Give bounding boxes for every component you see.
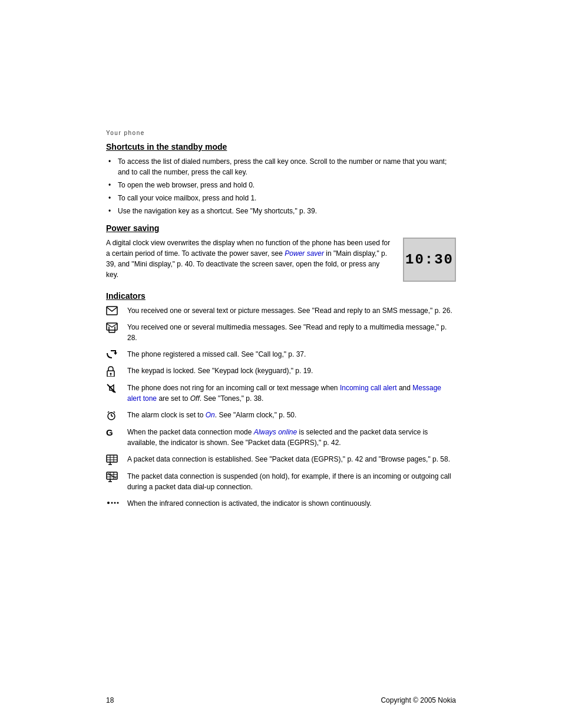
packet-suspended-icon xyxy=(106,471,127,482)
indicator-row-keypad-lock: The keypad is locked. See "Keypad lock (… xyxy=(106,365,456,377)
packet-connected-icon xyxy=(106,454,127,465)
alarm-on-link[interactable]: On xyxy=(206,411,215,419)
shortcuts-bullet-list: To access the list of dialed numbers, pr… xyxy=(106,156,456,216)
gprs-g-icon: G xyxy=(106,427,127,437)
shortcuts-heading: Shortcuts in the standby mode xyxy=(106,142,456,151)
indicator-row-packet-suspended: The packet data connection is suspended … xyxy=(106,471,456,492)
svg-marker-5 xyxy=(114,353,117,355)
indicator-text-mms: You received one or several multimedia m… xyxy=(127,322,456,343)
indicator-row-sms: You received one or several text or pict… xyxy=(106,305,456,316)
infrared-icon xyxy=(106,498,127,507)
copyright: Copyright © 2005 Nokia xyxy=(381,696,456,704)
indicator-text-infrared: When the infrared connection is activate… xyxy=(127,498,456,509)
indicator-text-silent: The phone does not ring for an incoming … xyxy=(127,383,456,404)
alarm-text-after: . See "Alarm clock," p. 50. xyxy=(215,411,297,419)
svg-point-31 xyxy=(114,502,116,504)
clock-digits: 10:30 xyxy=(405,252,454,268)
svg-rect-0 xyxy=(107,307,117,315)
list-item: Use the navigation key as a shortcut. Se… xyxy=(108,206,456,216)
mms-icon xyxy=(106,322,127,333)
always-online-link[interactable]: Always online xyxy=(254,428,297,436)
indicator-text-missed-call: The phone registered a missed call. See … xyxy=(127,349,456,360)
power-saving-heading: Power saving xyxy=(106,223,456,233)
envelope-icon xyxy=(106,305,127,315)
indicator-text-gprs: When the packet data connection mode Alw… xyxy=(127,427,456,448)
silent-icon xyxy=(106,383,127,394)
silent-text-after: are set to xyxy=(157,394,190,403)
page: Your phone Shortcuts in the standby mode… xyxy=(0,0,562,728)
power-saver-link[interactable]: Power saver xyxy=(285,249,324,258)
indicator-row-silent: The phone does not ring for an incoming … xyxy=(106,383,456,404)
svg-line-9 xyxy=(107,384,115,393)
missed-call-icon xyxy=(106,349,127,359)
list-item: To call your voice mailbox, press and ho… xyxy=(108,193,456,203)
svg-point-30 xyxy=(111,502,113,504)
alarm-text-before: The alarm clock is set to xyxy=(127,411,206,419)
indicator-row-mms: You received one or several multimedia m… xyxy=(106,322,456,343)
svg-rect-14 xyxy=(107,455,117,462)
indicator-row-alarm: The alarm clock is set to On. See "Alarm… xyxy=(106,410,456,421)
svg-point-29 xyxy=(107,502,110,504)
alarm-icon xyxy=(106,410,127,421)
silent-text-between: and xyxy=(397,384,413,392)
section-label: Your phone xyxy=(106,130,456,136)
power-saving-section: A digital clock view overwrites the disp… xyxy=(106,238,456,282)
indicators-section: You received one or several text or pict… xyxy=(106,305,456,509)
incoming-call-alert-link[interactable]: Incoming call alert xyxy=(340,384,397,392)
indicator-text-sms: You received one or several text or pict… xyxy=(127,305,456,316)
indicator-text-packet-suspended: The packet data connection is suspended … xyxy=(127,471,456,492)
svg-point-32 xyxy=(117,502,119,504)
footer: 18 Copyright © 2005 Nokia xyxy=(0,696,562,704)
off-italic: Off xyxy=(190,394,200,403)
keypad-lock-icon xyxy=(106,365,127,377)
indicator-row-packet-connected: A packet data connection is established.… xyxy=(106,454,456,465)
page-number: 18 xyxy=(106,696,114,704)
svg-line-28 xyxy=(108,473,116,478)
indicator-text-alarm: The alarm clock is set to On. See "Alarm… xyxy=(127,410,456,420)
svg-point-7 xyxy=(110,373,112,375)
indicator-row-gprs: G When the packet data connection mode A… xyxy=(106,427,456,448)
silent-text-end: . See "Tones," p. 38. xyxy=(200,394,264,403)
power-saving-text: A digital clock view overwrites the disp… xyxy=(106,238,403,280)
silent-text-before: The phone does not ring for an incoming … xyxy=(127,384,340,392)
clock-display: 10:30 xyxy=(403,238,456,282)
indicator-text-packet-connected: A packet data connection is established.… xyxy=(127,454,456,465)
indicator-row-infrared: When the infrared connection is activate… xyxy=(106,498,456,509)
gprs-text-before: When the packet data connection mode xyxy=(127,428,254,436)
list-item: To open the web browser, press and hold … xyxy=(108,180,456,190)
list-item: To access the list of dialed numbers, pr… xyxy=(108,156,456,177)
indicators-heading: Indicators xyxy=(106,291,456,301)
indicator-row-missed-call: The phone registered a missed call. See … xyxy=(106,349,456,360)
g-letter: G xyxy=(106,427,113,437)
svg-rect-1 xyxy=(107,323,117,330)
indicator-text-keypad-lock: The keypad is locked. See "Keypad lock (… xyxy=(127,365,456,376)
